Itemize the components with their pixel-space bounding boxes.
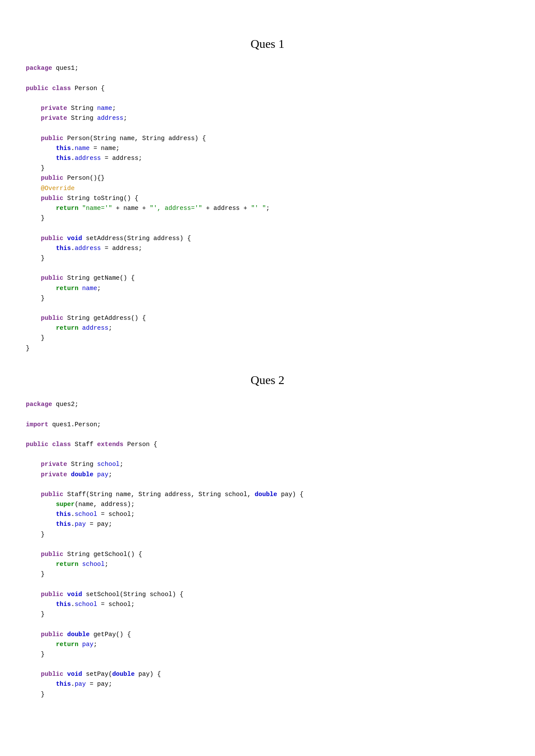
code-block-2: package ques2; import ques1.Person; publ… [26,400,509,700]
code-block-1: package ques1; public class Person { pri… [26,63,509,353]
section-title-2: Ques 2 [26,371,509,389]
section-title-1: Ques 1 [26,34,509,53]
